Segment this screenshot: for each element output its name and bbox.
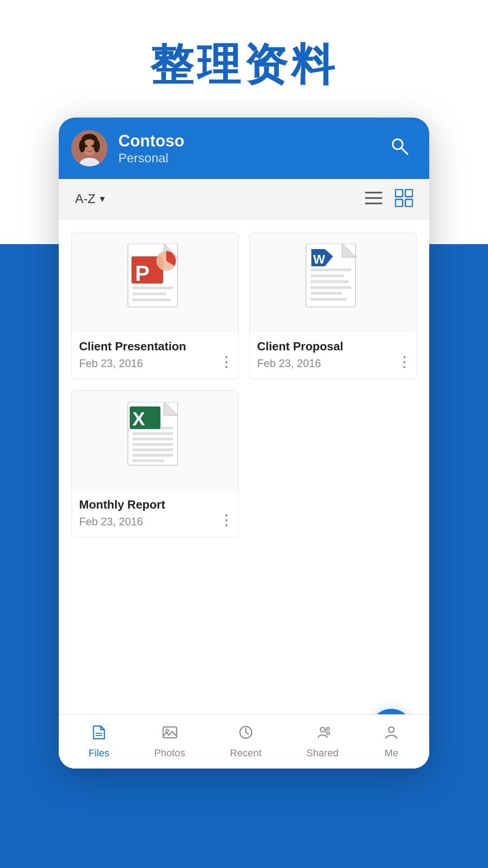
account-type: Personal <box>118 151 375 165</box>
svg-point-6 <box>92 145 94 147</box>
nav-recent[interactable]: Recent <box>221 720 271 764</box>
nav-shared-label: Shared <box>306 747 338 759</box>
svg-rect-33 <box>310 292 342 295</box>
file-info: Client Proposal Feb 23, 2016 <box>250 332 416 379</box>
sort-label: A-Z <box>75 192 95 206</box>
svg-text:X: X <box>132 408 145 429</box>
more-options-button[interactable]: ⋮ <box>397 354 411 369</box>
more-options-button[interactable]: ⋮ <box>219 354 233 369</box>
file-name: Monthly Report <box>79 497 231 513</box>
svg-text:W: W <box>313 252 325 266</box>
file-name: Client Presentation <box>79 339 231 354</box>
svg-rect-34 <box>310 298 347 301</box>
svg-rect-32 <box>310 286 351 289</box>
file-date: Feb 23, 2016 <box>79 515 231 528</box>
svg-point-4 <box>94 140 100 152</box>
svg-rect-14 <box>405 189 413 197</box>
svg-point-3 <box>79 140 85 152</box>
file-card-client-presentation[interactable]: P Client Presentation Feb 23, 2016 ⋮ <box>71 232 239 379</box>
file-info: Client Presentation Feb 23, 2016 <box>72 332 238 379</box>
file-date: Feb 23, 2016 <box>257 357 409 370</box>
svg-rect-15 <box>395 199 403 207</box>
svg-point-53 <box>320 727 325 732</box>
files-grid: P Client Presentation Feb 23, 2016 ⋮ <box>71 232 417 538</box>
svg-rect-41 <box>132 438 173 440</box>
svg-rect-44 <box>132 454 173 457</box>
svg-point-51 <box>166 729 169 732</box>
file-info: Monthly Report Feb 23, 2016 <box>72 490 238 537</box>
bottom-nav: Files Photos Recent <box>59 714 429 769</box>
file-thumbnail: W <box>250 232 416 332</box>
search-button[interactable] <box>386 132 413 164</box>
file-thumbnail: P <box>72 232 238 332</box>
nav-me-label: Me <box>385 747 399 759</box>
file-date: Feb 23, 2016 <box>79 357 231 370</box>
more-options-button[interactable]: ⋮ <box>219 513 233 527</box>
account-name: Contoso <box>118 131 375 151</box>
svg-rect-42 <box>132 443 173 446</box>
svg-point-5 <box>85 145 88 147</box>
svg-rect-40 <box>132 432 173 435</box>
svg-rect-22 <box>132 298 171 301</box>
svg-point-56 <box>389 727 394 732</box>
nav-shared[interactable]: Shared <box>297 720 347 764</box>
files-icon <box>91 724 107 745</box>
chevron-down-icon: ▾ <box>100 193 105 205</box>
me-icon <box>383 724 399 745</box>
file-card-monthly-report[interactable]: X Monthly Report Feb 23, 2016 ⋮ <box>71 390 239 538</box>
file-name: Client Proposal <box>257 339 409 354</box>
svg-rect-21 <box>132 292 166 295</box>
file-card-client-proposal[interactable]: W Client Proposal Feb 23, 2016 ⋮ <box>249 232 417 379</box>
app-header: Contoso Personal <box>59 118 429 179</box>
photos-icon <box>162 724 178 745</box>
svg-rect-20 <box>132 287 173 289</box>
view-toggle <box>365 189 413 209</box>
svg-text:P: P <box>135 261 150 285</box>
recent-icon <box>238 724 254 745</box>
svg-rect-13 <box>395 189 403 197</box>
svg-rect-30 <box>310 274 344 277</box>
toolbar: A-Z ▾ <box>59 179 429 219</box>
avatar[interactable] <box>71 130 108 166</box>
file-thumbnail: X <box>72 391 238 490</box>
nav-files-label: Files <box>89 747 109 759</box>
svg-rect-50 <box>163 727 177 738</box>
nav-photos-label: Photos <box>154 747 185 759</box>
svg-rect-16 <box>405 199 413 207</box>
shared-icon <box>314 724 331 745</box>
nav-photos[interactable]: Photos <box>145 720 194 764</box>
nav-recent-label: Recent <box>230 747 262 759</box>
svg-line-9 <box>401 148 408 154</box>
svg-rect-29 <box>310 269 351 271</box>
svg-rect-45 <box>132 459 164 462</box>
svg-rect-43 <box>132 448 173 451</box>
svg-point-55 <box>327 732 329 735</box>
sort-button[interactable]: A-Z ▾ <box>75 192 105 206</box>
phone-mockup: Contoso Personal A-Z ▾ <box>59 118 429 769</box>
header-text: Contoso Personal <box>118 131 375 165</box>
list-view-button[interactable] <box>365 191 382 207</box>
page-title: 整理资料 <box>0 36 488 95</box>
grid-view-button[interactable] <box>395 189 413 209</box>
nav-files[interactable]: Files <box>80 720 118 764</box>
nav-me[interactable]: Me <box>374 720 408 764</box>
svg-rect-31 <box>310 280 349 283</box>
files-area: P Client Presentation Feb 23, 2016 ⋮ <box>59 219 429 769</box>
